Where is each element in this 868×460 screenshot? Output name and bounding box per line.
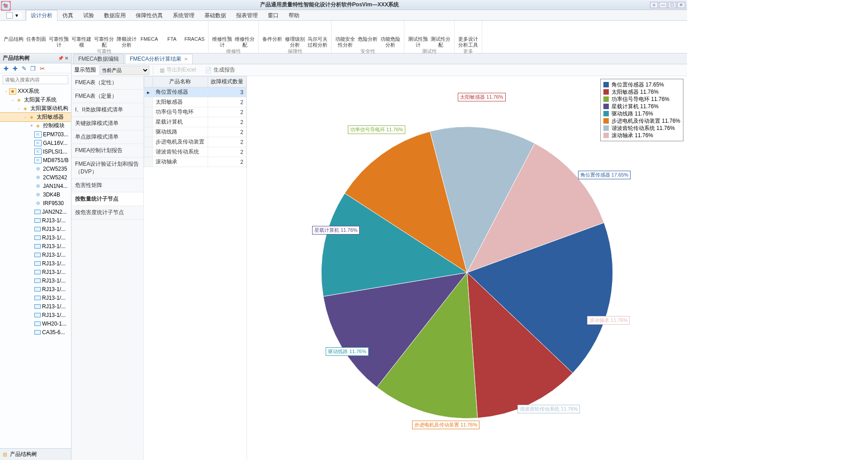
maximize-button[interactable]: ☐: [668, 2, 676, 8]
tree-node[interactable]: RJ13-1/...: [0, 250, 71, 259]
tree-node[interactable]: ⊖JAN1N4...: [0, 182, 71, 190]
ribbon-FTA[interactable]: FTA: [161, 22, 183, 48]
ribbon-备件分析[interactable]: 备件分析: [261, 22, 283, 48]
tree-node[interactable]: -◈太阳敏感器: [0, 113, 71, 121]
table-row[interactable]: 谐波齿轮传动系统2: [144, 147, 247, 157]
ribbon-马尔可夫过程分析[interactable]: 马尔可夫过程分析: [307, 22, 328, 48]
tree-node[interactable]: -◈太阳翼子系统: [0, 96, 71, 104]
sidelist-item[interactable]: 单点故障模式清单: [71, 130, 143, 144]
product-tree[interactable]: -▣XXX系统-◈太阳翼子系统-◈太阳翼驱动机构-◈太阳敏感器+◈控制模块ICE…: [0, 86, 71, 448]
ribbon-可靠性预计[interactable]: 可靠性预计: [48, 22, 70, 48]
ribbon-FMECA[interactable]: FMECA: [138, 22, 160, 48]
sidelist-item[interactable]: FMEA控制计划报告: [71, 144, 143, 158]
tree-footer[interactable]: ⊞ 产品结构树: [0, 448, 71, 460]
tree-node[interactable]: ⊖3DK4B: [0, 190, 71, 199]
tree-node[interactable]: RJ13-1/...: [0, 293, 71, 302]
tab-FMECA数据编辑[interactable]: FMECA数据编辑: [73, 54, 124, 64]
tree-node[interactable]: CA35-6...: [0, 328, 71, 336]
export-excel-button[interactable]: ▦ 导出到Excel: [157, 65, 199, 75]
table-row[interactable]: ▸角位置传感器3: [144, 87, 247, 97]
ribbon-可靠性分配[interactable]: 可靠性分配: [93, 22, 115, 48]
tree-node[interactable]: JAN2N2...: [0, 207, 71, 216]
tree-node[interactable]: ⊖2CW5242: [0, 173, 71, 182]
ribbon-FRACAS[interactable]: FRACAS: [184, 22, 205, 48]
tree-node[interactable]: ICMD8751/B: [0, 156, 71, 164]
tree-node[interactable]: ICGAL16V...: [0, 139, 71, 147]
ribbon-降额设计分析[interactable]: 降额设计分析: [116, 22, 138, 48]
tree-add-child-icon[interactable]: ✚: [12, 65, 18, 72]
ribbon-危险分析[interactable]: 危险分析: [357, 22, 379, 48]
tree-node[interactable]: ⊖IRF9530: [0, 199, 71, 207]
generate-report-button[interactable]: 📄 生成报告: [202, 65, 238, 75]
sidelist-item[interactable]: FMEA表（定性）: [71, 76, 143, 90]
tree-node[interactable]: RJ13-1/...: [0, 259, 71, 268]
tree-edit-icon[interactable]: ✎: [21, 65, 27, 72]
tree-node[interactable]: RJ13-1/...: [0, 302, 71, 311]
sidelist-item[interactable]: 按危害度统计子节点: [71, 206, 143, 220]
tree-search-input[interactable]: [3, 75, 68, 84]
sidelist-item[interactable]: 按数量统计子节点: [71, 192, 143, 206]
sidelist-item[interactable]: 关键故障模式清单: [71, 117, 143, 130]
ribbon-产品结构[interactable]: 产品结构: [3, 22, 24, 48]
close-button[interactable]: ✕: [677, 2, 685, 8]
menu-数据应用[interactable]: 数据应用: [99, 10, 131, 20]
tree-cut-icon[interactable]: ✂: [39, 65, 45, 72]
tree-node[interactable]: RJ13-1/...: [0, 276, 71, 285]
ribbon-维修性预计[interactable]: 维修性预计: [211, 22, 233, 48]
menu-仿真[interactable]: 仿真: [57, 10, 78, 20]
data-grid[interactable]: 产品名称故障模式数量▸角位置传感器3太阳敏感器2功率信号导电环2星载计算机2驱动…: [144, 76, 247, 167]
tree-node[interactable]: RJ13-1/...: [0, 216, 71, 225]
qat-dropdown-icon[interactable]: ▾: [15, 12, 22, 19]
menu-窗口[interactable]: 窗口: [263, 10, 284, 20]
ribbon-更多设计分析工具[interactable]: 更多设计分析工具: [457, 22, 479, 48]
sidelist-item[interactable]: FMEA表（定量）: [71, 90, 143, 103]
document-tabs: FMECA数据编辑FMECA分析计算结果✕: [71, 53, 687, 64]
pin-icon[interactable]: 📌 ✕: [58, 56, 68, 61]
tree-node[interactable]: RJ13-1/...: [0, 233, 71, 242]
table-row[interactable]: 驱动线路2: [144, 127, 247, 137]
menu-帮助[interactable]: 帮助: [284, 10, 304, 20]
ribbon-修理级别分析[interactable]: 修理级别分析: [284, 22, 306, 48]
scope-select[interactable]: 当前产品: [100, 66, 149, 75]
ribbon-功能危险分析[interactable]: 功能危险分析: [379, 22, 401, 48]
ribbon-测试性预计[interactable]: 测试性预计: [407, 22, 429, 48]
ribbon-维修性分配[interactable]: 维修性分配: [234, 22, 256, 48]
ribbon-任务剖面[interactable]: 任务剖面: [25, 22, 47, 48]
tab-close-icon[interactable]: ✕: [184, 57, 188, 62]
sidelist-item[interactable]: FMEA设计验证计划和报告（DVP）: [71, 158, 143, 179]
table-row[interactable]: 星载计算机2: [144, 117, 247, 127]
tree-add-icon[interactable]: ✚: [3, 65, 9, 72]
table-row[interactable]: 滚动轴承2: [144, 157, 247, 167]
menu-系统管理[interactable]: 系统管理: [168, 10, 199, 20]
sidelist-item[interactable]: I、II类故障模式清单: [71, 103, 143, 117]
tree-node[interactable]: RJ13-1/...: [0, 225, 71, 233]
win-btn-1[interactable]: ≡: [650, 2, 658, 8]
ribbon-可靠性建模[interactable]: 可靠性建模: [71, 22, 92, 48]
ribbon-测试性分配[interactable]: 测试性分配: [430, 22, 451, 48]
table-row[interactable]: 太阳敏感器2: [144, 97, 247, 107]
menu-设计分析[interactable]: 设计分析: [26, 10, 57, 21]
minimize-button[interactable]: —: [659, 2, 667, 8]
table-row[interactable]: 步进电机及传动装置2: [144, 137, 247, 147]
ribbon-功能安全性分析[interactable]: 功能安全性分析: [334, 22, 356, 48]
menu-基础数据[interactable]: 基础数据: [199, 10, 231, 20]
tree-node[interactable]: RJ13-1/...: [0, 242, 71, 250]
tree-node[interactable]: ICEPM703...: [0, 130, 71, 139]
tree-node[interactable]: RJ13-1/...: [0, 311, 71, 319]
tree-node[interactable]: -◈太阳翼驱动机构: [0, 104, 71, 113]
tree-node[interactable]: +◈控制模块: [0, 121, 71, 130]
tree-node[interactable]: WH20-1...: [0, 319, 71, 328]
tree-node[interactable]: RJ13-1/...: [0, 285, 71, 293]
sidelist-item[interactable]: 危害性矩阵: [71, 179, 143, 192]
tree-node[interactable]: RJ13-1/...: [0, 268, 71, 276]
table-row[interactable]: 功率信号导电环2: [144, 107, 247, 117]
menu-报表管理[interactable]: 报表管理: [231, 10, 263, 20]
menu-保障性仿真[interactable]: 保障性仿真: [131, 10, 168, 20]
tree-node[interactable]: -▣XXX系统: [0, 87, 71, 96]
tree-node[interactable]: ICISPLSI1...: [0, 147, 71, 156]
tree-copy-icon[interactable]: ❐: [30, 65, 36, 72]
menu-试验[interactable]: 试验: [78, 10, 99, 20]
tree-node[interactable]: ⊖2CW5235: [0, 164, 71, 173]
qat-icon-1[interactable]: [6, 12, 13, 19]
tab-FMECA分析计算结果[interactable]: FMECA分析计算结果✕: [125, 54, 193, 64]
